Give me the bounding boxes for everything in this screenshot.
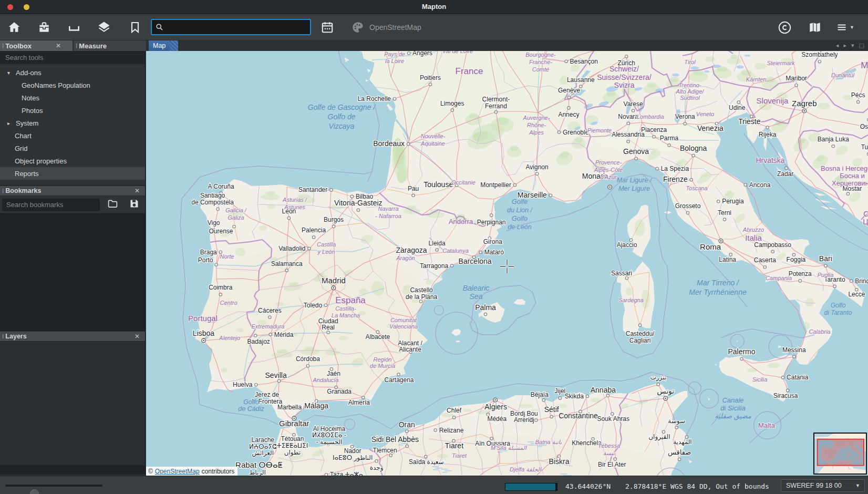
city-marker[interactable] [330,189,333,191]
bookmarks-list[interactable] [0,213,145,331]
city-marker[interactable] [287,217,290,219]
layers-close-icon[interactable]: ✕ [135,333,140,340]
city-marker[interactable] [653,136,655,138]
city-marker[interactable] [285,269,288,272]
city-marker[interactable] [277,379,280,382]
city-marker[interactable] [766,126,769,129]
city-marker[interactable] [436,249,438,251]
city-marker[interactable] [269,333,272,336]
city-marker[interactable] [312,236,315,239]
tree-item-notes[interactable]: Notes [0,91,145,104]
collapsed-arrow-icon[interactable]: ▸ [7,120,15,126]
dock-tab-measure[interactable]: ⁞Measure [74,40,146,51]
city-marker[interactable] [550,415,553,418]
city-marker[interactable] [625,55,628,58]
city-marker[interactable] [484,313,487,315]
city-marker[interactable] [542,399,545,402]
city-marker[interactable] [686,211,689,214]
city-marker[interactable] [494,111,497,114]
bookmarks-folder-button[interactable] [107,198,118,211]
city-marker[interactable] [397,373,400,376]
city-marker[interactable] [740,357,743,360]
expanded-arrow-icon[interactable]: ▾ [7,70,15,76]
map-viewport[interactable]: AngersPoitiersLa RochelleLimogesClermont… [146,51,868,476]
capital-city-marker[interactable] [332,286,336,290]
capital-city-marker[interactable] [664,396,668,400]
city-marker[interactable] [567,96,570,99]
tree-item-reports[interactable]: Reports [0,167,145,180]
city-marker[interactable] [793,355,795,358]
menu-button[interactable]: ▼ [836,19,854,36]
city-marker[interactable] [818,60,821,63]
bookmarks-close-icon[interactable]: ✕ [135,187,140,194]
city-marker[interactable] [233,225,235,228]
city-marker[interactable] [833,285,836,287]
city-marker[interactable] [452,416,455,419]
tree-item-photos[interactable]: Photos [0,104,145,117]
city-marker[interactable] [450,264,453,267]
city-marker[interactable] [255,384,257,386]
city-marker[interactable] [412,194,415,197]
city-marker[interactable] [513,183,516,186]
city-marker[interactable] [729,253,732,256]
city-marker[interactable] [795,84,798,87]
city-marker[interactable] [632,109,634,112]
city-marker[interactable] [846,192,849,195]
city-marker[interactable] [692,154,695,157]
city-marker[interactable] [327,331,329,334]
tree-item-system[interactable]: ▸System [0,117,145,129]
city-marker[interactable] [434,429,437,431]
city-marker[interactable] [479,251,482,253]
home-button[interactable] [5,19,23,36]
tree-item-object-properties[interactable]: Object properties [0,155,145,167]
city-marker[interactable] [308,247,311,250]
bookmarks-button[interactable] [126,19,144,36]
city-marker[interactable] [771,250,774,253]
city-marker[interactable] [614,458,616,460]
city-marker[interactable] [832,145,834,148]
city-marker[interactable] [268,316,271,318]
city-marker[interactable] [254,334,257,337]
map-canvas[interactable]: AngersPoitiersLa RochelleLimogesClermont… [146,51,868,476]
city-marker[interactable] [638,324,641,326]
measure-button[interactable] [65,19,83,36]
city-marker[interactable] [668,144,670,147]
toolbar-search[interactable] [151,19,311,35]
city-marker[interactable] [723,218,726,221]
city-marker[interactable] [657,383,659,386]
bookmarks-header[interactable]: ⁞Bookmarks✕ [0,186,145,196]
layers-button[interactable] [95,19,113,36]
city-marker[interactable] [306,365,309,367]
city-marker[interactable] [219,293,222,296]
city-marker[interactable] [606,394,609,397]
city-marker[interactable] [407,52,410,55]
city-marker[interactable] [656,167,658,170]
city-marker[interactable] [627,122,629,125]
city-marker[interactable] [857,100,860,103]
toolbox-button[interactable] [35,19,53,36]
city-marker[interactable] [737,101,740,104]
overview-minimap[interactable] [813,433,867,475]
city-marker[interactable] [406,430,408,433]
city-marker[interactable] [451,109,453,111]
city-marker[interactable] [567,107,570,109]
city-marker[interactable] [535,419,538,421]
city-marker[interactable] [429,83,431,86]
city-marker[interactable] [332,225,335,228]
city-marker[interactable] [684,122,686,125]
city-marker[interactable] [781,376,784,379]
city-marker[interactable] [357,209,359,211]
city-marker[interactable] [824,264,827,267]
city-marker[interactable] [850,280,853,282]
city-marker[interactable] [565,60,567,63]
city-marker[interactable] [635,157,637,160]
city-marker[interactable] [375,460,378,462]
map-tools-button[interactable] [806,19,824,36]
city-marker[interactable] [763,266,766,269]
city-marker[interactable] [406,445,408,447]
city-marker[interactable] [586,395,588,397]
osm-attribution-link[interactable]: OpenStreetMap [155,468,200,475]
layers-list[interactable] [0,342,145,466]
city-marker[interactable] [535,172,538,175]
city-marker[interactable] [625,277,628,280]
